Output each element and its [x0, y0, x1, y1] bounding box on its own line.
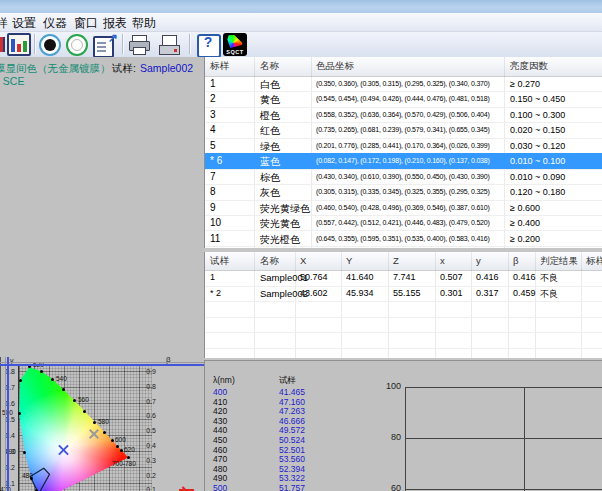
standard-name: 红色 [260, 124, 280, 138]
wavelength-label: 700-780 [112, 460, 136, 467]
sample-id: 1 [210, 272, 215, 282]
beta-scale-tick: 0.4 [140, 442, 156, 449]
table-row[interactable]: * 6蓝色(0.082, 0.147), (0.172, 0.198), (0.… [205, 153, 602, 169]
standard-name: 灰色 [260, 186, 280, 200]
table-row[interactable]: 10荧光黄色(0.557, 0.442), (0.512, 0.421), (0… [205, 215, 602, 231]
value-Y: 41.640 [346, 272, 374, 282]
beta-limit-marker [181, 485, 192, 491]
table-row[interactable]: 5绿色(0.201, 0.776), (0.285, 0.441), (0.17… [205, 138, 602, 154]
table-row[interactable]: 2黄色(0.545, 0.454), (0.494, 0.426), (0.44… [205, 91, 602, 107]
standard-id: 4 [210, 124, 216, 135]
value-y: 0.317 [476, 288, 499, 298]
standard-coords: (0.557, 0.442), (0.512, 0.421), (0.446, … [316, 219, 490, 226]
menu-item-4[interactable]: 窗口 [74, 15, 98, 32]
menu-bar: 样设置仪器窗口报表帮助 [0, 13, 602, 32]
locus-dot [103, 431, 106, 434]
table-row[interactable]: 3橙色(0.558, 0.352), (0.636, 0.364), (0.57… [205, 107, 602, 123]
spectral-sample-value: 52.394 [279, 464, 305, 474]
table-row[interactable]: * 2Sample00243.60245.93455.1550.3010.317… [205, 286, 602, 303]
title-bar [0, 0, 602, 13]
standard-name: 绿色 [260, 140, 280, 154]
beta-scale-tick: 0.7 [140, 398, 156, 405]
column-header[interactable]: 标样 [210, 60, 229, 73]
toolbar-separator [189, 34, 191, 54]
locus-dot [111, 439, 114, 442]
table-row[interactable]: 7棕色(0.430, 0.340), (0.610, 0.390), (0.55… [205, 169, 602, 185]
chart-y-axis [405, 387, 406, 491]
wavelength-column-header: λ(nm) [213, 375, 235, 385]
wavelength-value: 400 [213, 387, 227, 397]
column-header[interactable]: Y [346, 255, 352, 266]
clipped-icon[interactable] [0, 33, 5, 56]
chart-y-tick: 60 [375, 483, 401, 491]
column-header[interactable]: x [440, 255, 445, 266]
column-header[interactable]: Z [393, 255, 399, 266]
value-beta: 0.416 [513, 272, 536, 282]
table-row[interactable]: 11荧光橙色(0.645, 0.355), (0.595, 0.351), (0… [205, 231, 602, 247]
export-report-icon[interactable]: ↗ [92, 33, 116, 56]
sample-name-link[interactable]: Sample002 [140, 62, 193, 74]
standard-coords: (0.545, 0.454), (0.494, 0.426), (0.444, … [316, 95, 490, 102]
standard-coords: (0.305, 0.315), (0.335, 0.345), (0.325, … [316, 188, 490, 195]
sqct-logo[interactable]: SQCT [223, 33, 247, 56]
value-X: 43.602 [300, 288, 328, 298]
column-header[interactable]: 试样 [210, 255, 229, 268]
calibrate-icon[interactable] [65, 33, 89, 56]
column-header[interactable]: X [300, 255, 306, 266]
menu-item-6[interactable]: 帮助 [132, 15, 156, 32]
standard-coords: (0.735, 0.265), (0.681, 0.239), (0.579, … [316, 126, 490, 133]
menu-item-5[interactable]: 报表 [103, 15, 127, 32]
wavelength-value: 450 [213, 435, 227, 445]
print-icon[interactable] [127, 33, 151, 56]
standard-name: 棕色 [260, 171, 280, 185]
chart-gridline-h [405, 489, 602, 490]
chart-gridline-h [405, 438, 602, 439]
standard-factor: ≥ 0.600 [510, 203, 540, 213]
column-header[interactable]: β [513, 255, 518, 266]
help-icon[interactable]: ? [196, 33, 220, 56]
standard-id: * 6 [210, 155, 222, 166]
spectral-panel: λ(nm)试样40041.46541047.16042047.26343046.… [204, 360, 602, 491]
column-header[interactable]: y [476, 255, 481, 266]
chart-gridline-h [405, 387, 602, 388]
column-header[interactable]: 名称 [260, 255, 279, 268]
standards-header: 标样名称色品坐标亮度因数 [205, 57, 602, 77]
column-header[interactable]: 标样 [586, 255, 602, 268]
column-header[interactable]: 判定结果 [540, 255, 578, 268]
menu-item-2[interactable]: 设置 [12, 15, 36, 32]
locus-dot [19, 379, 22, 382]
bar-chart-icon[interactable] [7, 33, 31, 56]
standard-factor: 0.030 ~ 0.120 [510, 141, 565, 151]
column-header[interactable]: 名称 [260, 60, 279, 73]
column-header[interactable]: 色品坐标 [316, 60, 354, 73]
table-row[interactable]: 8灰色(0.305, 0.315), (0.335, 0.345), (0.32… [205, 184, 602, 200]
column-header[interactable]: 亮度因数 [510, 60, 548, 73]
standard-coords: (0.645, 0.355), (0.595, 0.351), (0.535, … [316, 235, 490, 242]
chromaticity-panel: 膜显间色（无金属镀膜） 试样: Sample002 : SCE yx0.80.7… [0, 57, 204, 491]
empty-row [205, 348, 602, 358]
table-row[interactable]: 4红色(0.735, 0.265), (0.681, 0.239), (0.57… [205, 122, 602, 138]
standard-factor: ≥ 0.270 [510, 79, 540, 89]
beta-scale-tick: 0.3 [140, 457, 156, 464]
menu-item-1[interactable]: 样 [0, 15, 8, 32]
wavelength-value: 490 [213, 473, 227, 483]
spectral-sample-value: 50.524 [279, 435, 305, 445]
menu-item-3[interactable]: 仪器 [43, 15, 67, 32]
spectral-sample-value: 41.465 [279, 387, 305, 397]
spectral-sample-value: 52.501 [279, 445, 305, 455]
standard-name: 荧光黄色 [260, 217, 300, 231]
table-row[interactable]: 1白色(0.350, 0.360), (0.305, 0.315), (0.29… [205, 76, 602, 92]
table-row[interactable]: 1Sample00150.76441.6407.7410.5070.4160.4… [205, 270, 602, 287]
print-output-icon[interactable] [157, 33, 181, 56]
wavelength-value: 500 [213, 483, 227, 491]
empty-row [205, 301, 602, 318]
measure-sample-icon[interactable] [38, 33, 62, 56]
standard-id: 2 [210, 93, 216, 104]
beta-scale-tick: 0.1 [140, 486, 156, 491]
wavelength-value: 470 [213, 454, 227, 464]
chart-gridline-v [524, 387, 525, 491]
table-row[interactable]: 9荧光黄绿色(0.460, 0.540), (0.428, 0.496), (0… [205, 200, 602, 216]
beta-scale-tick: 0.9 [140, 368, 156, 375]
standard-coords: (0.082, 0.147), (0.172, 0.198), (0.210, … [316, 157, 490, 164]
standard-id: 8 [210, 186, 216, 197]
